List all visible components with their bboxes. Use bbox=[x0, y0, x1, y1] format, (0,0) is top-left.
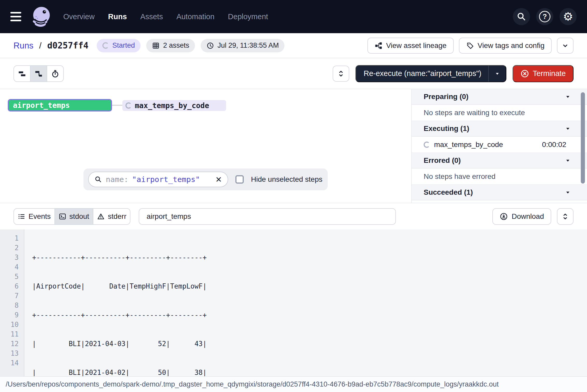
caret-down-icon bbox=[494, 70, 501, 77]
node-connector-line bbox=[112, 105, 122, 106]
section-header-errored[interactable]: Errored (0) bbox=[412, 153, 587, 169]
gantt-node-airport-temps[interactable]: airport_temps bbox=[8, 99, 112, 111]
reexecute-dropdown-button[interactable] bbox=[488, 66, 506, 82]
nav-item-runs[interactable]: Runs bbox=[108, 12, 127, 21]
section-header-preparing[interactable]: Preparing (0) bbox=[412, 89, 587, 105]
nav-item-overview[interactable]: Overview bbox=[63, 12, 95, 21]
logs-toolbar: Events stdout stderr airport_temps bbox=[0, 203, 587, 229]
terminate-icon bbox=[520, 69, 529, 78]
tab-stderr[interactable]: stderr bbox=[93, 209, 130, 224]
run-header: Runs / d0257ff4 Started 2 assets Jul 29,… bbox=[0, 33, 587, 58]
log-file-path: /Users/ben/repos/components_demo/spark-d… bbox=[6, 380, 499, 388]
collapse-caret-icon bbox=[565, 157, 571, 164]
clock-icon bbox=[206, 42, 214, 50]
view-tags-config-button[interactable]: View tags and config bbox=[459, 38, 552, 54]
panel-scrollbar[interactable] bbox=[581, 92, 585, 184]
collapse-caret-icon bbox=[565, 189, 571, 195]
dagster-logo-icon[interactable] bbox=[30, 5, 53, 28]
hide-unselected-label[interactable]: Hide unselected steps bbox=[251, 175, 323, 184]
gantt-flat-icon bbox=[18, 69, 26, 78]
help-button[interactable]: ? bbox=[536, 8, 553, 25]
preparing-empty-row: No steps are waiting to execute bbox=[412, 105, 587, 121]
zoom-fit-button[interactable] bbox=[333, 66, 349, 82]
collapse-caret-icon bbox=[565, 125, 571, 132]
search-icon bbox=[516, 12, 526, 22]
reexecute-button[interactable]: Re-execute (name:"airport_temps") bbox=[355, 65, 506, 82]
assets-grid-icon bbox=[152, 42, 160, 50]
tag-icon bbox=[466, 42, 474, 50]
log-line: | BLI|2021-04-03| 52| 43| bbox=[32, 339, 207, 349]
warning-triangle-icon bbox=[97, 213, 105, 220]
terminal-icon bbox=[59, 213, 66, 220]
step-spinner-icon bbox=[424, 142, 430, 148]
gantt-waterfall-view-button[interactable] bbox=[30, 66, 47, 81]
log-step-filter-input[interactable]: airport_temps bbox=[139, 208, 396, 225]
collapse-caret-icon bbox=[565, 94, 571, 100]
section-header-succeeded[interactable]: Succeeded (1) bbox=[412, 185, 587, 200]
hide-unselected-checkbox[interactable] bbox=[235, 175, 244, 184]
top-nav: Overview Runs Assets Automation Deployme… bbox=[0, 0, 587, 33]
selector-prefix: name: bbox=[106, 175, 128, 184]
breadcrumb-separator: / bbox=[39, 41, 41, 51]
hamburger-menu-icon[interactable] bbox=[10, 12, 21, 21]
download-button[interactable]: Download bbox=[492, 208, 551, 225]
executing-step-row[interactable]: max_temps_by_code 0:00:02 bbox=[412, 137, 587, 153]
errored-empty-row: No steps have errored bbox=[412, 169, 587, 185]
step-filter-bar: name: "airport_temps" ✕ Hide unselected … bbox=[83, 169, 328, 190]
stopwatch-icon bbox=[51, 69, 60, 78]
search-button[interactable] bbox=[513, 8, 530, 25]
tab-events[interactable]: Events bbox=[14, 209, 54, 224]
log-line: |AirportCode| Date|TempHighF|TempLowF| bbox=[32, 282, 207, 291]
events-list-icon bbox=[18, 213, 25, 220]
expand-vertical-icon bbox=[561, 213, 569, 220]
clear-selection-icon[interactable]: ✕ bbox=[215, 175, 222, 184]
dagster-app: Overview Runs Assets Automation Deployme… bbox=[0, 0, 587, 392]
breadcrumb-runs-link[interactable]: Runs bbox=[13, 41, 33, 51]
settings-button[interactable]: ⚙ bbox=[560, 8, 577, 25]
log-line: +-----------+----------+---------+------… bbox=[32, 253, 207, 262]
terminate-button[interactable]: Terminate bbox=[513, 65, 574, 82]
primary-nav: Overview Runs Assets Automation Deployme… bbox=[63, 12, 268, 21]
magnifier-icon bbox=[94, 176, 102, 183]
lineage-icon bbox=[375, 42, 382, 50]
section-header-executing[interactable]: Executing (1) bbox=[412, 121, 587, 137]
gantt-flat-view-button[interactable] bbox=[14, 66, 30, 81]
nav-item-automation[interactable]: Automation bbox=[176, 12, 214, 21]
assets-badge[interactable]: 2 assets bbox=[146, 39, 195, 52]
nav-item-deployment[interactable]: Deployment bbox=[228, 12, 268, 21]
status-spinner-icon bbox=[102, 42, 109, 49]
tab-stdout[interactable]: stdout bbox=[54, 209, 93, 224]
gantt-view-toggle bbox=[13, 65, 64, 82]
log-type-tabs: Events stdout stderr bbox=[13, 208, 130, 225]
step-status-panel: Preparing (0) No steps are waiting to ex… bbox=[411, 89, 587, 203]
log-content: +-----------+----------+---------+------… bbox=[24, 229, 207, 376]
view-asset-lineage-button[interactable]: View asset lineage bbox=[367, 38, 454, 54]
download-icon bbox=[500, 212, 508, 221]
log-file-path-bar: /Users/ben/repos/components_demo/spark-d… bbox=[0, 376, 587, 392]
log-line: +-----------+----------+---------+------… bbox=[32, 310, 207, 320]
nav-item-assets[interactable]: Assets bbox=[140, 12, 163, 21]
timing-view-button[interactable] bbox=[47, 66, 63, 81]
line-number-gutter: 1234567891011121314 bbox=[0, 229, 24, 376]
step-selector-input[interactable]: name: "airport_temps" ✕ bbox=[88, 172, 228, 187]
run-toolbar: Re-execute (name:"airport_temps") Termin… bbox=[0, 58, 587, 89]
start-time-badge: Jul 29, 11:38:55 AM bbox=[201, 39, 285, 52]
chevron-down-icon bbox=[561, 42, 569, 50]
run-id: d0257ff4 bbox=[47, 40, 88, 51]
selector-value: "airport_temps" bbox=[132, 175, 200, 184]
stdout-log-view[interactable]: 1234567891011121314 +-----------+-------… bbox=[0, 229, 587, 376]
expand-vertical-icon bbox=[337, 70, 345, 78]
run-header-more-button[interactable] bbox=[557, 38, 574, 54]
elapsed-time: 0:00:02 bbox=[542, 141, 566, 149]
gantt-chart: airport_temps max_temps_by_code name: "a… bbox=[0, 89, 411, 203]
help-icon: ? bbox=[539, 11, 550, 22]
gantt-node-max-temps-by-code[interactable]: max_temps_by_code bbox=[122, 100, 226, 111]
gear-icon: ⚙ bbox=[563, 11, 573, 22]
executing-spinner-icon bbox=[125, 102, 132, 109]
expand-logs-button[interactable] bbox=[557, 208, 574, 225]
gantt-waterfall-icon bbox=[34, 69, 43, 78]
log-line: | BLI|2021-04-02| 50| 38| bbox=[32, 368, 207, 376]
run-status-badge: Started bbox=[97, 39, 141, 52]
gantt-split: airport_temps max_temps_by_code name: "a… bbox=[0, 89, 587, 203]
